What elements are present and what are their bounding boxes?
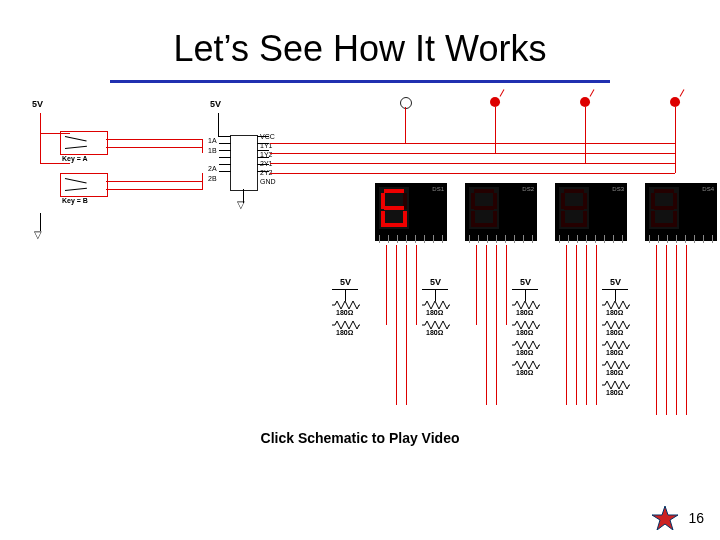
ic-pin-label: 1B <box>208 147 217 155</box>
ray <box>590 89 595 96</box>
bus-wire <box>270 163 675 164</box>
bus-wire <box>270 153 675 154</box>
bus-wire <box>270 173 675 174</box>
switch-arm <box>65 146 87 149</box>
resistor-value: 180Ω <box>516 369 533 376</box>
wire <box>106 139 202 140</box>
bank2-supply: 5V <box>430 277 441 287</box>
page-number: 16 <box>688 510 704 526</box>
switch-arm <box>65 188 87 191</box>
wire <box>40 163 70 164</box>
seg-a <box>384 189 404 193</box>
wire <box>656 245 657 415</box>
wire <box>676 245 677 415</box>
wire <box>476 245 477 325</box>
title-underline <box>110 80 610 83</box>
wire <box>106 181 202 182</box>
wire <box>406 245 407 405</box>
ray <box>500 89 505 96</box>
led-1-icon <box>400 97 412 109</box>
resistor-icon <box>512 301 540 309</box>
ic-pin-label: 1A <box>208 137 217 145</box>
ic-pin-label: 2A <box>208 165 217 173</box>
resistor-value: 180Ω <box>606 389 623 396</box>
bank1-supply: 5V <box>340 277 351 287</box>
wire <box>106 147 202 148</box>
resistor-value: 180Ω <box>516 329 533 336</box>
resistor-icon <box>602 301 630 309</box>
bank3-supply: 5V <box>520 277 531 287</box>
resistor-value: 180Ω <box>426 309 443 316</box>
resistor-value: 180Ω <box>336 329 353 336</box>
resistor-value: 180Ω <box>606 349 623 356</box>
resistor-value: 180Ω <box>606 309 623 316</box>
resistor-icon <box>422 301 450 309</box>
switch-b <box>60 173 108 197</box>
resistor-value: 180Ω <box>426 329 443 336</box>
ray <box>680 89 685 96</box>
supply-label-left: 5V <box>32 99 43 109</box>
seven-seg-2: DS2 <box>465 183 537 241</box>
wire <box>506 245 507 325</box>
ground-icon: ▽ <box>34 229 42 240</box>
wire <box>525 289 526 301</box>
resistor-icon <box>332 301 360 309</box>
seg-e <box>381 211 385 227</box>
ic-pins-left <box>219 136 231 178</box>
resistor-icon <box>602 381 630 389</box>
bus-wire <box>270 143 675 144</box>
caption-text: Click Schematic to Play Video <box>0 430 720 446</box>
resistor-icon <box>512 361 540 369</box>
wire <box>666 245 667 415</box>
svg-marker-0 <box>652 506 678 530</box>
wire <box>615 289 616 301</box>
resistor-value: 180Ω <box>606 369 623 376</box>
display-label: DS3 <box>612 186 624 192</box>
switch-a <box>60 131 108 155</box>
ic-pin-label: GND <box>260 178 276 186</box>
wire <box>495 107 496 153</box>
resistor-value: 180Ω <box>606 329 623 336</box>
wire <box>386 245 387 325</box>
resistor-value: 180Ω <box>516 309 533 316</box>
switch-arm <box>65 136 87 142</box>
resistor-icon <box>602 321 630 329</box>
seven-seg-1: DS1 <box>375 183 447 241</box>
seven-seg-3: DS3 <box>555 183 627 241</box>
bank4-supply: 5V <box>610 277 621 287</box>
switch-b-label: Key = B <box>62 197 88 205</box>
seg-d <box>384 223 404 227</box>
schematic-video-trigger[interactable]: 5V Key = A Key = B ▽ 5V <box>30 95 690 420</box>
wire <box>486 245 487 405</box>
wire <box>218 113 219 137</box>
ic-pin-label: 2Y1 <box>260 160 272 168</box>
wire <box>40 113 41 163</box>
resistor-value: 180Ω <box>336 309 353 316</box>
wire <box>396 245 397 405</box>
wire <box>202 139 203 153</box>
display-label: DS2 <box>522 186 534 192</box>
ic-7400 <box>230 135 258 191</box>
wire <box>496 245 497 405</box>
wire <box>585 107 586 163</box>
wire <box>435 289 436 301</box>
ground-icon: ▽ <box>237 199 245 210</box>
seven-seg-4: DS4 <box>645 183 717 241</box>
resistor-icon <box>512 341 540 349</box>
wire <box>405 107 406 143</box>
ic-pin-label: VCC <box>260 133 275 141</box>
wire <box>566 245 567 405</box>
slide-title: Let’s See How It Works <box>0 28 720 70</box>
wire <box>416 245 417 325</box>
resistor-value: 180Ω <box>516 349 533 356</box>
wire <box>686 245 687 415</box>
resistor-icon <box>512 321 540 329</box>
wire <box>345 289 346 301</box>
wire <box>576 245 577 405</box>
wire <box>675 107 676 173</box>
switch-a-label: Key = A <box>62 155 88 163</box>
display-label: DS4 <box>702 186 714 192</box>
display-label: DS1 <box>432 186 444 192</box>
resistor-icon <box>422 321 450 329</box>
resistor-icon <box>602 341 630 349</box>
